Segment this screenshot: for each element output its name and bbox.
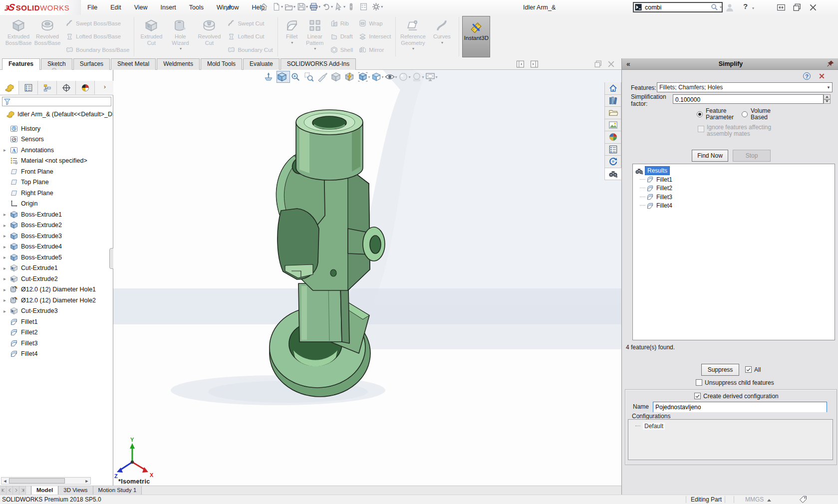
doc-minimize-button[interactable] <box>580 62 588 70</box>
volume-based-radio[interactable] <box>742 111 748 117</box>
features-dropdown[interactable]: Fillets; Chamfers; Holes ▾ <box>657 82 833 92</box>
tree-item[interactable]: ▸ Ø12.0 (12) Diameter Hole2 <box>0 295 113 306</box>
tree-item[interactable]: ▸ Right Plane <box>0 188 113 199</box>
menu-item[interactable]: Edit <box>104 0 128 15</box>
tree-item[interactable]: ▸ Boss-Extrude3 <box>0 231 113 242</box>
tree-item[interactable]: ▸ Origin <box>0 199 113 210</box>
expand-arrow-icon[interactable]: ▸ <box>3 287 10 292</box>
ribbon-button[interactable]: Reference Geometry ▾ <box>398 15 427 58</box>
tree-item[interactable]: ▸ Sensors <box>0 134 113 145</box>
units-dropdown-icon[interactable] <box>767 499 771 502</box>
quick-access-button[interactable]: ▾ <box>347 2 358 11</box>
command-tab[interactable]: Sheet Metal <box>111 58 156 70</box>
study-nav-button[interactable] <box>6 486 13 495</box>
help-icon[interactable]: ? <box>743 2 748 10</box>
tree-horizontal-scrollbar[interactable]: ◄ ► <box>1 477 91 485</box>
result-item[interactable]: Fillet2 <box>640 184 835 193</box>
study-nav-button[interactable] <box>19 486 26 495</box>
tree-root-item[interactable]: Idler Arm_& (Default<<Default>_Display <box>0 109 113 119</box>
configuration-item[interactable]: Default <box>635 423 833 430</box>
view-tool-button[interactable]: ▾ <box>263 71 277 83</box>
expand-arrow-icon[interactable]: ▸ <box>3 265 10 271</box>
task-pane-tab[interactable] <box>604 131 621 144</box>
ribbon-button[interactable]: Fillet ▾ <box>280 15 303 58</box>
ribbon-button[interactable]: Revolved Boss/Base ▾ <box>33 15 62 58</box>
config-name-input[interactable] <box>653 403 827 412</box>
view-tool-button[interactable]: ▾ <box>344 71 357 83</box>
search-input[interactable] <box>644 3 711 11</box>
doc-restore-button[interactable] <box>594 60 602 68</box>
pin-menubar-icon[interactable] <box>225 3 233 11</box>
scroll-right-arrow[interactable]: ► <box>83 478 90 484</box>
view-tool-button[interactable]: ▾ <box>411 71 425 83</box>
quick-access-button[interactable]: ▾ <box>372 2 383 11</box>
expand-arrow-icon[interactable]: ▸ <box>3 233 10 239</box>
results-root[interactable]: Results <box>635 166 835 175</box>
tree-item[interactable]: ▸ Boss-Extrude1 <box>0 209 113 220</box>
tree-item[interactable]: ▸ A Annotations <box>0 145 113 156</box>
task-pane-tab[interactable] <box>604 95 621 107</box>
command-tab[interactable]: Mold Tools <box>201 58 242 70</box>
view-tool-button[interactable]: ▾ <box>371 71 384 83</box>
result-item[interactable]: Fillet3 <box>640 193 835 202</box>
view-tool-button[interactable]: ▾ <box>290 71 303 83</box>
expand-arrow-icon[interactable]: ▸ <box>3 308 10 314</box>
tabs-overflow-arrow[interactable]: › <box>104 83 110 90</box>
tree-item[interactable]: ▸ Fillet1 <box>0 316 113 327</box>
tree-item[interactable]: ▸ Material <not specified> <box>0 156 113 167</box>
derived-config-checkbox[interactable] <box>694 393 701 399</box>
view-tool-button[interactable]: ▾ <box>330 71 344 83</box>
ribbon-button[interactable]: Shell <box>330 46 353 53</box>
command-tab[interactable]: Surfaces <box>73 58 110 70</box>
ribbon-button[interactable]: Draft <box>330 33 353 40</box>
ribbon-button[interactable]: Hole Wizard ▾ <box>166 15 195 58</box>
chevron-down-icon[interactable]: ▾ <box>752 6 754 10</box>
view-tool-button[interactable]: ▾ <box>398 71 411 83</box>
ribbon-button[interactable]: Boundary Boss/Base <box>66 46 129 53</box>
ribbon-button[interactable]: Intersect <box>359 33 391 40</box>
command-tab[interactable]: Features <box>2 58 40 70</box>
chevron-down-icon[interactable]: ▾ <box>281 4 283 9</box>
menu-item[interactable]: File <box>81 0 104 15</box>
tree-item[interactable]: ▸ Cut-Extrude2 <box>0 273 113 284</box>
user-account-icon[interactable] <box>725 3 734 12</box>
view-tool-button[interactable]: ▾ <box>384 71 398 83</box>
quick-access-button[interactable]: ▾ <box>260 2 271 11</box>
command-tab[interactable]: Sketch <box>41 58 72 70</box>
doc-close-button[interactable] <box>607 60 615 68</box>
ribbon-button[interactable]: Extruded Cut ▾ <box>137 15 166 58</box>
feature-manager-tab[interactable] <box>38 81 57 94</box>
scrollbar-thumb[interactable] <box>9 478 65 484</box>
menu-item[interactable]: Insert <box>154 0 183 15</box>
pin-panel-icon[interactable] <box>827 60 835 68</box>
quick-access-button[interactable]: ▾ <box>322 2 333 11</box>
stop-button[interactable]: Stop <box>733 150 771 162</box>
collapse-panel-button[interactable]: « <box>622 60 635 68</box>
instant3d-button[interactable]: Instant3D <box>462 16 490 57</box>
tree-item[interactable]: ▸ Cut-Extrude3 <box>0 306 113 317</box>
ribbon-button[interactable]: Boundary Cut <box>228 46 273 53</box>
quick-access-button[interactable]: ▾ <box>334 2 345 11</box>
study-nav-button[interactable] <box>0 486 6 495</box>
graphics-area[interactable]: Y X Z ▾ ▾ ▾ ▾ <box>113 70 621 486</box>
close-window-button[interactable] <box>809 3 818 12</box>
model-3d-part[interactable] <box>270 110 385 397</box>
tree-item[interactable]: ▸ History <box>0 123 113 134</box>
expand-arrow-icon[interactable]: ▸ <box>3 297 10 303</box>
tree-item[interactable]: ▸ Fillet4 <box>0 349 113 360</box>
chevron-down-icon[interactable]: ▾ <box>331 4 333 9</box>
result-item[interactable]: Fillet1 <box>640 175 835 184</box>
previous-pane-button[interactable] <box>516 60 525 68</box>
view-tool-button[interactable]: ▾ <box>357 71 371 83</box>
ribbon-button[interactable]: Mirror <box>359 46 391 53</box>
feature-manager-tab[interactable] <box>19 81 38 94</box>
document-tab[interactable]: Motion Study 1 <box>93 486 142 495</box>
view-tool-button[interactable]: ▾ <box>303 71 317 83</box>
chevron-down-icon[interactable]: ▾ <box>318 4 320 9</box>
task-pane-tab[interactable] <box>604 156 621 168</box>
ribbon-button[interactable]: Extruded Boss/Base ▾ <box>4 15 33 58</box>
command-tab[interactable]: Weldments <box>157 58 200 70</box>
expand-arrow-icon[interactable]: ▸ <box>3 244 10 250</box>
panel-help-button[interactable] <box>803 72 811 80</box>
task-pane-tab[interactable] <box>604 82 621 95</box>
